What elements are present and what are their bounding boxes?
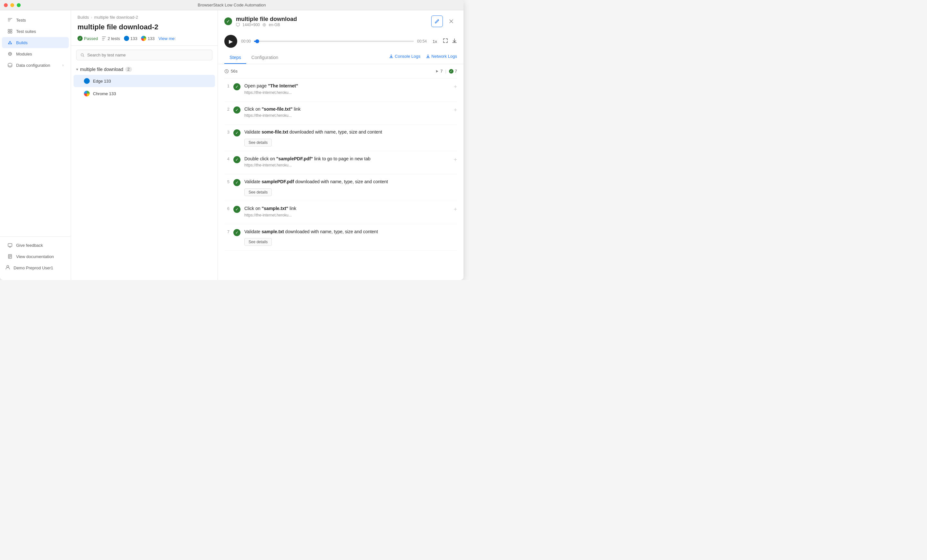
step-title-bold-2: "some-file.txt" <box>262 106 293 112</box>
step-title-7: Validate sample.txt downloaded with name… <box>244 229 457 235</box>
sidebar-item-test-suites[interactable]: Test suites <box>2 26 69 37</box>
sidebar-bottom: Give feedback View documentation <box>0 237 71 276</box>
docs-label: View documentation <box>16 254 54 259</box>
timeline: 00:00 00:54 <box>241 39 427 44</box>
panel-header: ✓ multiple file download 1440×900 <box>218 10 464 64</box>
step-title-bold-7: sample.txt <box>261 229 284 234</box>
breadcrumb-current: multiple file download-2 <box>94 15 138 20</box>
minimize-traffic-light[interactable] <box>10 3 14 7</box>
tab-configuration[interactable]: Configuration <box>246 52 283 64</box>
edge-browser-icon <box>84 78 90 84</box>
view-more-link[interactable]: View met <box>158 36 176 41</box>
network-logs-action[interactable]: Network Logs <box>426 54 457 59</box>
network-download-icon <box>426 54 430 58</box>
fullscreen-button[interactable] <box>443 38 448 44</box>
play-step-icon <box>435 69 439 73</box>
modules-label: Modules <box>16 52 32 56</box>
panel-title-row: ✓ multiple file download 1440×900 <box>224 15 457 27</box>
svg-rect-3 <box>10 32 12 33</box>
step-icon-4: ✓ <box>233 156 240 163</box>
step-item-6: 6 ✓ Click on "sample.txt" link https://t… <box>224 201 457 224</box>
svg-point-6 <box>7 266 9 267</box>
sidebar-item-give-feedback[interactable]: Give feedback <box>2 240 69 250</box>
steps-time: 56s <box>224 69 237 74</box>
console-logs-action[interactable]: Console Logs <box>389 54 421 59</box>
data-config-arrow-icon: › <box>62 63 64 67</box>
test-item-edge-133[interactable]: Edge 133 <box>74 75 215 87</box>
data-config-icon <box>7 62 13 68</box>
step-icon-1: ✓ <box>233 83 240 90</box>
step-add-4[interactable]: + <box>453 156 457 163</box>
download-video-button[interactable] <box>452 38 457 44</box>
tab-steps[interactable]: Steps <box>224 52 246 64</box>
panel-title-info: ✓ multiple file download 1440×900 <box>224 16 297 27</box>
close-traffic-light[interactable] <box>4 3 8 7</box>
middle-panel: Builds › multiple file download-2 multip… <box>71 10 218 280</box>
test-suites-icon <box>7 28 13 34</box>
step-item-2: 2 ✓ Click on "some-file.txt" link https:… <box>224 102 457 125</box>
sidebar-item-tests[interactable]: Tests <box>2 15 69 26</box>
step-item-1: 1 ✓ Open page "The Internet" https://the… <box>224 78 457 102</box>
steps-summary: 56s 7 | ✓ 7 <box>224 64 457 78</box>
see-details-button-7[interactable]: See details <box>244 238 272 246</box>
sidebar-item-modules[interactable]: Modules <box>2 49 69 59</box>
user-name: Demo Preprod User1 <box>14 266 53 270</box>
test-group-header[interactable]: ▾ multiple file download 2 <box>74 64 215 74</box>
see-details-button-5[interactable]: See details <box>244 188 272 196</box>
step-add-6[interactable]: + <box>453 206 457 213</box>
step-add-1[interactable]: + <box>453 83 457 90</box>
step-title-before-4: Double click on <box>244 156 276 161</box>
step-title-bold-1: "The Internet" <box>268 83 298 88</box>
play-button[interactable]: ▶ <box>224 35 237 48</box>
search-input-wrap <box>76 50 213 60</box>
step-content-6: Click on "sample.txt" link https://the-i… <box>244 205 450 219</box>
user-icon <box>5 265 10 271</box>
sidebar-item-builds[interactable]: Builds <box>2 37 69 48</box>
edge-icon <box>124 36 129 41</box>
sidebar: Tests Test suites <box>0 10 71 280</box>
breadcrumb-separator: › <box>91 15 92 20</box>
speed-button[interactable]: 1x <box>430 38 439 44</box>
sidebar-item-view-documentation[interactable]: View documentation <box>2 251 69 262</box>
chrome-icon <box>141 36 146 41</box>
step-add-2[interactable]: + <box>453 107 457 114</box>
close-button[interactable] <box>445 15 457 27</box>
progress-bar[interactable] <box>254 41 414 42</box>
steps-panel: 56s 7 | ✓ 7 <box>218 64 464 280</box>
search-input[interactable] <box>87 53 208 58</box>
fullscreen-traffic-light[interactable] <box>17 3 21 7</box>
current-time: 00:00 <box>241 39 251 44</box>
group-chevron-icon: ▾ <box>76 67 78 71</box>
svg-rect-0 <box>8 29 10 31</box>
builds-icon <box>7 39 13 46</box>
step-title-3: Validate some-file.txt downloaded with n… <box>244 129 457 135</box>
step-url-6: https://the-internet.heroku... <box>244 213 450 217</box>
right-panel: ✓ multiple file download 1440×900 <box>218 10 464 280</box>
step-url-4: https://the-internet.heroku... <box>244 163 450 167</box>
docs-icon <box>7 253 13 260</box>
titlebar: BrowserStack Low Code Automation <box>0 0 464 10</box>
language-icon <box>263 23 266 27</box>
step-number-6: 6 <box>224 206 229 211</box>
step-content-5: Validate samplePDF.pdf downloaded with n… <box>244 179 457 196</box>
group-count: 2 <box>125 67 132 72</box>
language-text: en-GB <box>269 23 280 27</box>
window-title: BrowserStack Low Code Automation <box>198 3 266 8</box>
svg-rect-1 <box>10 29 12 31</box>
svg-point-7 <box>81 53 84 56</box>
sidebar-item-data-configuration[interactable]: Data configuration › <box>2 60 69 71</box>
network-logs-label: Network Logs <box>432 54 457 59</box>
svg-rect-8 <box>236 23 240 26</box>
edit-button[interactable] <box>431 15 443 27</box>
see-details-button-3[interactable]: See details <box>244 139 272 146</box>
step-title-before-7: Validate <box>244 229 261 234</box>
step-content-3: Validate some-file.txt downloaded with n… <box>244 129 457 146</box>
monitor-icon <box>236 23 240 27</box>
step-title-after-4: link to go to page in new tab <box>313 156 370 161</box>
step-title-after-5: downloaded with name, type, size and con… <box>294 179 388 184</box>
progress-thumb <box>255 39 259 43</box>
breadcrumb-parent[interactable]: Builds <box>78 15 89 20</box>
step-url-2: https://the-internet.heroku... <box>244 113 450 118</box>
test-item-chrome-133[interactable]: Chrome 133 <box>74 87 215 100</box>
close-icon <box>449 19 454 24</box>
